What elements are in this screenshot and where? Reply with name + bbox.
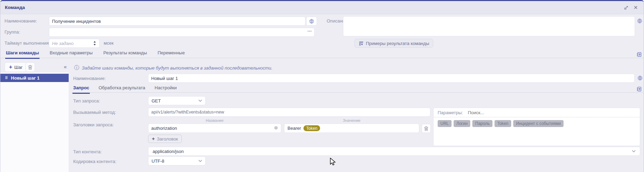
localize-name-button[interactable] (306, 17, 317, 26)
header-value-field[interactable]: Bearer Token (284, 124, 419, 133)
header-value-prefix: Bearer (287, 126, 301, 131)
content-type-value: application/json (153, 149, 184, 154)
plus-icon: + (9, 64, 12, 70)
content-encoding-value: UTF-8 (152, 159, 164, 164)
group-label: Группа: (5, 29, 20, 35)
parameter-chip-url[interactable]: URL (438, 120, 452, 127)
chevron-down-icon (198, 99, 202, 102)
result-examples-label: Примеры результата команды (366, 41, 429, 46)
svg-text:?: ? (638, 88, 641, 91)
description-textarea[interactable] (343, 16, 635, 36)
token-variable-badge[interactable]: Token (303, 125, 320, 131)
plus-icon: + (152, 136, 155, 141)
drag-handle-icon[interactable]: ⠿ (5, 76, 8, 80)
chevron-down-icon (632, 150, 636, 153)
timeout-unit-label: мсек (104, 40, 113, 46)
info-icon: ⓘ (74, 65, 79, 71)
delete-step-button[interactable] (25, 62, 35, 72)
command-name-label: Наименование: (5, 18, 37, 24)
content-type-select[interactable]: application/json (148, 147, 640, 156)
parameters-search-input[interactable] (467, 110, 636, 116)
step-list-item[interactable]: ⠿ Новый шаг 1 (0, 74, 69, 82)
request-type-label: Тип запроса: (73, 98, 100, 103)
parameters-label: Параметры: (438, 110, 463, 115)
parameters-panel: Параметры: URL Логин Пароль Token Инциде… (433, 108, 640, 146)
group-picker-button[interactable]: … (307, 27, 312, 33)
parameter-chip-login[interactable]: Логин (454, 120, 470, 127)
steps-hint-text: Задайте шаги команды, которые будут выпо… (82, 65, 273, 71)
step-item-label: Новый шаг 1 (11, 75, 40, 81)
tab-command-steps[interactable]: Шаги команды (5, 50, 40, 59)
step-name-input[interactable] (148, 74, 635, 83)
steps-list: ⠿ Новый шаг 1 (0, 73, 69, 172)
add-step-label: Шаг (14, 65, 23, 70)
add-header-button[interactable]: + Заголовок (148, 135, 182, 143)
tab-settings[interactable]: Настройки (154, 85, 178, 94)
method-label: Вызываемый метод: (73, 110, 116, 115)
add-header-label: Заголовок (157, 136, 178, 142)
clear-field-icon[interactable]: ⊗ (274, 125, 278, 130)
command-dialog: Команда ✕ Наименование: Описание: Группа… (0, 0, 644, 172)
mouse-cursor (329, 157, 337, 166)
tab-variables[interactable]: Переменные (157, 50, 186, 59)
help-reference-icon[interactable]: ? (636, 86, 642, 92)
parameter-chip-token[interactable]: Token (495, 120, 511, 127)
column-header-name: Название (148, 118, 281, 123)
collapse-steps-panel-button[interactable]: « (64, 64, 67, 70)
parameter-chip-incident[interactable]: Инцидент с событиями (513, 120, 564, 127)
method-input[interactable] (148, 108, 430, 117)
delete-header-button[interactable] (422, 124, 431, 133)
chevron-down-icon (198, 160, 202, 162)
tab-result-processing[interactable]: Обработка результата (98, 85, 146, 94)
title-bar: Команда ✕ (0, 1, 644, 14)
timeout-spinner[interactable] (93, 41, 96, 46)
close-icon[interactable]: ✕ (632, 4, 639, 11)
localize-description-icon[interactable] (637, 18, 642, 24)
request-headers-label: Заголовки запроса: (73, 122, 114, 127)
tab-command-results[interactable]: Результаты команды (103, 50, 147, 59)
tab-request[interactable]: Запрос (72, 85, 90, 94)
step-name-label: Наименование: (73, 76, 106, 81)
command-name-input[interactable] (49, 17, 306, 26)
column-header-value: Значение (284, 118, 419, 123)
scale-window-icon[interactable] (622, 4, 629, 11)
content-encoding-select[interactable]: UTF-8 (148, 156, 206, 165)
group-input[interactable] (49, 28, 315, 37)
dialog-title: Команда (5, 5, 25, 10)
header-name-input[interactable] (148, 124, 281, 133)
help-reference-icon[interactable]: ? (636, 52, 642, 57)
request-type-select[interactable]: GET (148, 96, 206, 105)
add-step-button[interactable]: + Шаг (5, 62, 27, 72)
request-type-value: GET (152, 98, 161, 103)
timeout-input[interactable] (49, 39, 100, 48)
tab-input-parameters[interactable]: Входные параметры (49, 50, 93, 59)
result-examples-button[interactable]: Примеры результата команды (354, 39, 433, 48)
parameter-chip-password[interactable]: Пароль (472, 120, 492, 127)
content-encoding-label: Кодировка контента: (73, 159, 117, 164)
localize-step-name-icon[interactable] (637, 75, 643, 81)
content-type-label: Тип контента: (73, 149, 102, 154)
timeout-label: Таймаут выполнения: (5, 40, 50, 46)
svg-text:?: ? (638, 53, 641, 56)
